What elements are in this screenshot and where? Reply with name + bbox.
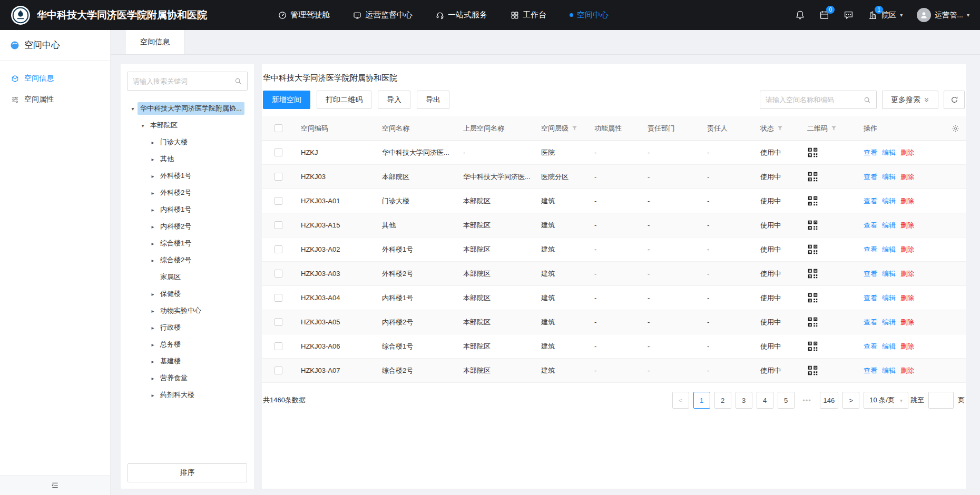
next-page-button[interactable]: > (842, 392, 859, 409)
tree-node[interactable]: ▾华中科技大学同济医学院附属协... (124, 100, 251, 117)
edit-link[interactable]: 编辑 (882, 221, 896, 230)
tree-expand-icon[interactable]: ▸ (148, 325, 158, 331)
tree-node-label[interactable]: 药剂科大楼 (158, 389, 197, 401)
tree-node-label[interactable]: 综合楼1号 (158, 237, 194, 250)
tree-expand-icon[interactable]: ▸ (148, 156, 158, 162)
delete-link[interactable]: 删除 (900, 342, 914, 351)
view-link[interactable]: 查看 (864, 318, 877, 327)
tree-expand-icon[interactable]: ▸ (148, 392, 158, 398)
tree-node-label[interactable]: 保健楼 (158, 288, 183, 300)
tree-expand-icon[interactable]: ▸ (148, 140, 158, 145)
more-search-button[interactable]: 更多搜索 (882, 91, 938, 109)
tree-node-label[interactable]: 行政楼 (158, 321, 183, 334)
qr-code-icon[interactable] (807, 195, 818, 206)
delete-link[interactable]: 删除 (900, 245, 914, 254)
tree-node-label[interactable]: 动物实验中心 (158, 304, 204, 317)
qr-code-icon[interactable] (807, 292, 818, 303)
delete-link[interactable]: 删除 (900, 293, 914, 303)
tree-expand-icon[interactable]: ▸ (148, 258, 158, 263)
tree-node-label[interactable]: 内科楼2号 (158, 220, 194, 233)
row-checkbox[interactable] (275, 342, 282, 350)
notification-bell-icon[interactable] (795, 10, 805, 20)
view-link[interactable]: 查看 (864, 172, 877, 182)
page-size-select[interactable]: 10 条/页 ▾ (864, 392, 908, 409)
nav-item[interactable]: 空间中心 (570, 10, 609, 20)
tree-node-label[interactable]: 外科楼1号 (158, 170, 194, 182)
tree-expand-icon[interactable]: ▸ (148, 207, 158, 213)
tree-node-label[interactable]: 其他 (158, 153, 177, 165)
page-button[interactable]: 4 (757, 392, 773, 409)
delete-link[interactable]: 删除 (900, 221, 914, 230)
view-link[interactable]: 查看 (864, 245, 877, 254)
tree-node[interactable]: ▸外科楼2号 (124, 184, 251, 201)
tree-node-label[interactable]: 总务楼 (158, 338, 183, 351)
campus-switcher[interactable]: 1 院区 ▾ (868, 10, 903, 20)
delete-link[interactable]: 删除 (900, 196, 914, 206)
tree-node-label[interactable]: 综合楼2号 (158, 254, 194, 266)
filter-icon[interactable] (777, 125, 783, 131)
add-space-button[interactable]: 新增空间 (263, 91, 310, 109)
user-menu[interactable]: 运营管... ▾ (917, 8, 969, 22)
calendar-icon[interactable]: 0 (819, 10, 829, 20)
tree-node[interactable]: ▸综合楼2号 (124, 252, 251, 269)
page-button[interactable]: 3 (736, 392, 752, 409)
edit-link[interactable]: 编辑 (882, 269, 896, 279)
view-link[interactable]: 查看 (864, 221, 877, 230)
qr-code-icon[interactable] (807, 365, 818, 376)
tree-node[interactable]: ▸综合楼1号 (124, 235, 251, 252)
tree-node[interactable]: ▸其他 (124, 151, 251, 167)
tree-node-label[interactable]: 门诊大楼 (158, 136, 190, 148)
filter-icon[interactable] (572, 125, 577, 131)
tree-node-label[interactable]: 家属区 (158, 271, 183, 283)
edit-link[interactable]: 编辑 (882, 148, 896, 157)
tree-node-label[interactable]: 基建楼 (158, 355, 183, 368)
qr-code-icon[interactable] (807, 244, 818, 255)
space-search-input[interactable] (766, 96, 860, 104)
import-button[interactable]: 导入 (378, 91, 410, 109)
row-checkbox[interactable] (275, 221, 282, 229)
search-icon[interactable] (864, 96, 871, 104)
edit-link[interactable]: 编辑 (882, 342, 896, 351)
tree-node[interactable]: ▸基建楼 (124, 353, 251, 370)
qr-code-icon[interactable] (807, 171, 818, 182)
message-icon[interactable] (844, 10, 854, 20)
page-jump-ellipsis[interactable]: ••• (799, 392, 816, 409)
page-button[interactable]: 146 (820, 392, 839, 409)
view-link[interactable]: 查看 (864, 342, 877, 351)
tree-search-input[interactable] (133, 77, 231, 85)
qr-code-icon[interactable] (807, 147, 818, 158)
tree-expand-icon[interactable]: ▸ (148, 359, 158, 364)
view-link[interactable]: 查看 (864, 366, 877, 375)
sidebar-collapse-bar[interactable] (0, 475, 110, 495)
edit-link[interactable]: 编辑 (882, 196, 896, 206)
nav-item[interactable]: 运营监督中心 (353, 10, 413, 20)
view-link[interactable]: 查看 (864, 293, 877, 303)
row-checkbox[interactable] (275, 197, 282, 205)
sidebar-item[interactable]: 空间属性 (0, 89, 110, 110)
select-all-checkbox[interactable] (275, 124, 282, 132)
table-settings-icon[interactable] (952, 124, 959, 132)
jump-page-input[interactable] (928, 392, 954, 409)
row-checkbox[interactable] (275, 318, 282, 326)
edit-link[interactable]: 编辑 (882, 245, 896, 254)
tree-expand-icon[interactable]: ▸ (148, 375, 158, 381)
edit-link[interactable]: 编辑 (882, 293, 896, 303)
nav-item[interactable]: 管理驾驶舱 (278, 10, 330, 20)
tree-node[interactable]: ▸行政楼 (124, 319, 251, 336)
sort-button[interactable]: 排序 (128, 463, 247, 482)
tree-node-label[interactable]: 内科楼1号 (158, 203, 194, 216)
view-link[interactable]: 查看 (864, 269, 877, 279)
search-icon[interactable] (234, 77, 242, 85)
filter-icon[interactable] (831, 125, 837, 131)
tree-node-label[interactable]: 营养食堂 (158, 372, 190, 384)
tree-collapse-icon[interactable]: ▾ (128, 106, 138, 112)
nav-item[interactable]: 工作台 (511, 10, 546, 20)
tree-node-label[interactable]: 外科楼2号 (158, 186, 194, 199)
qr-code-icon[interactable] (807, 268, 818, 279)
tree-expand-icon[interactable]: ▸ (148, 224, 158, 230)
tree-node[interactable]: ▸营养食堂 (124, 370, 251, 387)
prev-page-button[interactable]: < (672, 392, 689, 409)
export-button[interactable]: 导出 (417, 91, 449, 109)
sidebar-item[interactable]: 空间信息 (0, 68, 110, 89)
delete-link[interactable]: 删除 (900, 269, 914, 279)
